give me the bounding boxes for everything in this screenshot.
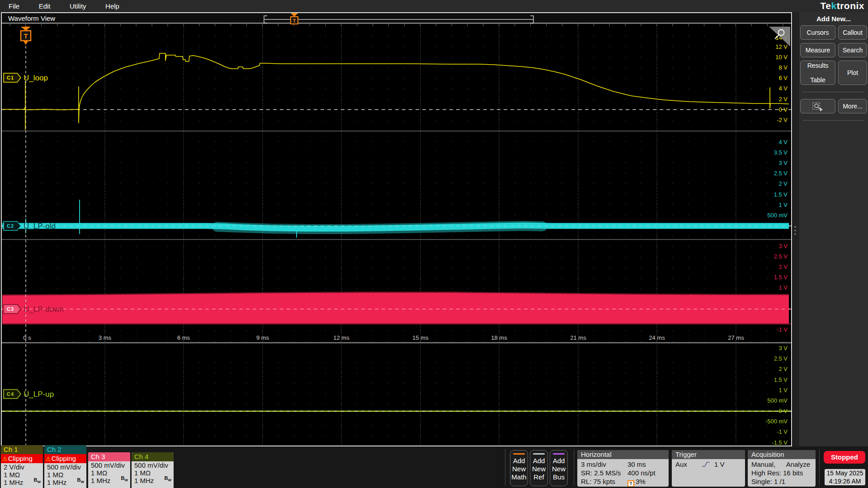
bandwidth-limit-badge: BW: [164, 474, 171, 484]
bottom-settings-bar: Ch 1⚠Clipping2 V/div1 MΩ1 MHzBWCh 2⚠Clip…: [0, 446, 868, 488]
horizontal-sample-rate: SR: 2.5 MS/s: [581, 469, 627, 477]
add-new-ref-button[interactable]: AddNewRef: [530, 450, 548, 486]
panel-divider: [803, 92, 864, 92]
cursors-button[interactable]: Cursors: [800, 25, 835, 40]
more-button[interactable]: More...: [838, 99, 867, 113]
waveform-view-titlebar: Waveform View: [2, 13, 791, 24]
date-text: 15 May 2025: [825, 469, 865, 477]
acquisition-mode: Manual,: [751, 460, 775, 469]
horizontal-panel[interactable]: Horizontal 3 ms/div30 ms SR: 2.5 MS/s400…: [577, 450, 669, 487]
channel-box-title: Ch 4: [132, 452, 174, 461]
channel-setting-row: 2 V/div: [1, 463, 43, 471]
channel-setting-row: 1 MHzBW: [1, 479, 43, 486]
channel-setting-row: 1 MHzBW: [44, 479, 86, 486]
channel-box-ch1[interactable]: Ch 1⚠Clipping2 V/div1 MΩ1 MHzBW: [1, 445, 43, 488]
panel-divider: [803, 120, 864, 121]
button-label: Table: [810, 76, 825, 84]
channel-box-ch2[interactable]: Ch 2⚠Clipping500 mV/div1 MΩ1 MHzBW: [44, 445, 86, 488]
channel-box-title: Ch 1: [1, 445, 43, 454]
channel-box-title: Ch 3: [88, 452, 130, 461]
zoom-select-icon: [812, 101, 824, 111]
ref-color-bar: [533, 453, 545, 455]
channel-setting-row: 500 mV/div: [132, 461, 174, 469]
logo-text: Te: [821, 0, 831, 11]
search-button[interactable]: Search: [838, 43, 867, 57]
horizontal-scale: 3 ms/div: [581, 460, 627, 469]
measure-button[interactable]: Measure: [800, 43, 835, 57]
callout-button[interactable]: Callout: [838, 25, 867, 40]
horizontal-record-length: RL: 75 kpts: [581, 477, 627, 486]
channel-box-title: Ch 2: [44, 445, 86, 454]
acquisition-single: Single: 1 /1: [751, 477, 812, 486]
horizontal-window: 30 ms: [627, 460, 646, 469]
channel-setting-row: 500 mV/div: [44, 463, 86, 471]
channel-setting-row: 1 MHzBW: [88, 477, 130, 484]
menu-item-help[interactable]: Help: [97, 0, 128, 12]
results-table-button[interactable]: ResultsTable: [800, 61, 835, 85]
trigger-slope-icon: [702, 461, 711, 468]
trigger-source: Aux: [675, 460, 702, 469]
stopped-button[interactable]: Stopped: [824, 451, 865, 464]
clipping-badge: ⚠Clipping: [44, 454, 86, 463]
button-label: Results: [807, 62, 829, 69]
separator: [574, 449, 574, 485]
math-color-bar: [513, 453, 525, 455]
trigger-panel-title: Trigger: [672, 450, 745, 459]
warning-icon: ⚠: [2, 455, 8, 462]
tektronix-logo: Tektronix: [821, 0, 864, 11]
plot-button[interactable]: Plot: [838, 61, 867, 85]
menu-item-file[interactable]: File: [0, 0, 28, 12]
bandwidth-limit-badge: BW: [77, 476, 84, 486]
trigger-position-value: 3%: [636, 478, 646, 485]
channel-box-ch4[interactable]: Ch 4500 mV/div1 MΩ1 MHzBW: [132, 452, 174, 488]
menu-item-utility[interactable]: Utility: [61, 0, 95, 12]
horizontal-panel-title: Horizontal: [577, 450, 669, 459]
add-new-math-button[interactable]: AddNewMath: [510, 450, 528, 486]
logo-k: k: [831, 0, 836, 11]
trigger-position-flag-icon: T: [627, 480, 634, 487]
acquisition-resolution: High Res: 16 bits: [751, 469, 812, 477]
acquisition-panel-title: Acquisition: [748, 450, 816, 459]
warning-icon: ⚠: [46, 455, 51, 462]
clipping-badge: ⚠Clipping: [1, 454, 43, 463]
waveform-plot-area[interactable]: [2, 26, 791, 446]
add-new-bus-button[interactable]: AddNewBus: [550, 450, 568, 486]
acquisition-panel[interactable]: Acquisition Manual,Analyze High Res: 16 …: [748, 450, 816, 487]
time-text: 4:19:26 AM: [825, 477, 865, 485]
menu-item-edit[interactable]: Edit: [30, 0, 59, 12]
menu-bar: File Edit Utility Help Tektronix: [0, 0, 868, 12]
zoom-select-button[interactable]: [800, 99, 835, 113]
acquisition-analyze: Analyze: [786, 460, 810, 469]
separator: [505, 449, 505, 485]
datetime-display: 15 May 2025 4:19:26 AM: [825, 469, 865, 485]
page-title: Waveform View: [8, 14, 55, 22]
add-new-panel: Add New... CursorsCalloutMeasureSearchRe…: [799, 12, 868, 446]
horizontal-resolution: 400 ns/pt: [627, 469, 656, 477]
trigger-panel[interactable]: Trigger Aux 1 V: [672, 450, 745, 487]
channel-setting-row: 500 mV/div: [88, 461, 130, 469]
bus-color-bar: [553, 453, 565, 455]
panel-gap-strip: [793, 12, 799, 446]
trigger-level: 1 V: [714, 460, 725, 469]
add-new-heading: Add New...: [799, 12, 868, 24]
horizontal-trigger-position: T3%: [627, 477, 646, 486]
logo-text-2: tronix: [837, 0, 864, 11]
channel-box-ch3[interactable]: Ch 3500 mV/div1 MΩ1 MHzBW: [88, 452, 130, 488]
separator: [819, 449, 820, 485]
bandwidth-limit-badge: BW: [33, 476, 41, 486]
bandwidth-limit-badge: BW: [121, 474, 128, 484]
channel-setting-row: 1 MHzBW: [132, 477, 174, 484]
